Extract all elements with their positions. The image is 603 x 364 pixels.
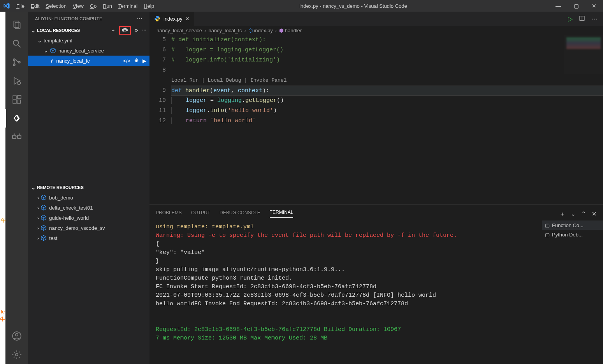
package-icon [40, 215, 47, 221]
svg-line-26 [137, 59, 138, 60]
terminal-entry[interactable]: ▢Function Co... [542, 220, 603, 230]
account-icon[interactable] [5, 327, 28, 345]
svg-line-25 [135, 59, 136, 60]
editor-tabs: index.py ✕ ▷ ⋯ [149, 12, 603, 26]
aliyun-extension-icon[interactable] [5, 109, 28, 128]
svg-rect-14 [18, 135, 21, 139]
menu-file[interactable]: File [13, 3, 28, 9]
remote-item[interactable]: ›guide-hello_world [28, 213, 149, 223]
code-editor[interactable]: 56789101112 # def initializer(context):#… [149, 35, 603, 205]
svg-rect-10 [13, 100, 16, 103]
minimap[interactable] [564, 35, 603, 74]
template-item[interactable]: ⌄ template.yml [28, 35, 149, 46]
play-icon[interactable]: ▶ [142, 58, 146, 64]
menu-selection[interactable]: Selection [42, 3, 69, 9]
package-icon [40, 235, 47, 241]
panel-close-icon[interactable]: ✕ [592, 210, 597, 218]
codelens[interactable]: Local Run | Local Debug | Invoke Panel [171, 75, 603, 86]
activity-bar [5, 12, 28, 364]
menu-bar: FileEditSelectionViewGoRunTerminalHelp [13, 3, 157, 9]
split-editor-icon[interactable] [579, 15, 585, 23]
remote-item[interactable]: ›nancy_demo_vscode_sv [28, 223, 149, 233]
svg-rect-12 [18, 95, 21, 99]
remote-resources-header[interactable]: ⌄ REMOTE RESOURCES [28, 182, 149, 192]
panel-tab-problems[interactable]: PROBLEMS [156, 210, 182, 218]
sidebar-title: ALIYUN: FUNCTION COMPUTE ⋯ [28, 12, 149, 25]
svg-point-5 [13, 64, 15, 65]
svg-rect-11 [17, 100, 21, 103]
panel-tab-terminal[interactable]: TERMINAL [270, 210, 294, 218]
refresh-icon[interactable]: ⟳ [135, 28, 138, 33]
svg-rect-13 [12, 135, 16, 139]
section-more-icon[interactable]: ⋯ [142, 28, 146, 33]
close-button[interactable]: ✕ [585, 3, 603, 9]
window-controls: ― ▢ ✕ [549, 3, 603, 9]
menu-go[interactable]: Go [87, 3, 100, 9]
sidebar: ALIYUN: FUNCTION COMPUTE ⋯ ⌄ LOCAL RESOU… [28, 12, 149, 364]
package-icon [40, 194, 47, 201]
breadcrumb-item[interactable]: ⬢ handler [279, 28, 302, 33]
deploy-cloud-icon[interactable] [119, 26, 131, 35]
terminal-icon: ▢ [545, 232, 550, 238]
editor-more-icon[interactable]: ⋯ [591, 15, 598, 23]
breadcrumb-item[interactable]: ⬡ index.py [248, 28, 273, 33]
local-resources-header[interactable]: ⌄ LOCAL RESOURCES ＋ ⟳ ⋯ [28, 25, 149, 35]
breadcrumb[interactable]: nancy_local_service›nancy_local_fc›⬡ ind… [149, 26, 603, 35]
svg-line-3 [18, 45, 21, 47]
remote-item[interactable]: ›bob_demo [28, 192, 149, 203]
terminal-dropdown-icon[interactable]: ⌄ [571, 210, 576, 218]
terminal-icon: ▢ [545, 222, 550, 228]
settings-gear-icon[interactable] [5, 345, 28, 364]
menu-run[interactable]: Run [100, 3, 115, 9]
menu-edit[interactable]: Edit [28, 3, 42, 9]
function-item[interactable]: ƒ nancy_local_fc </> ▶ [28, 56, 149, 66]
terminal-entry[interactable]: ▢Python Deb... [542, 230, 603, 239]
chevron-down-icon: ⌄ [37, 37, 42, 44]
maximize-button[interactable]: ▢ [567, 3, 585, 9]
panel-tab-debug-console[interactable]: DEBUG CONSOLE [220, 210, 260, 218]
external-left-strip: 午 le 牛 [0, 12, 5, 364]
minimize-button[interactable]: ― [549, 3, 567, 9]
new-terminal-icon[interactable]: ＋ [559, 210, 565, 218]
explorer-icon[interactable] [5, 16, 28, 34]
code-icon[interactable]: </> [123, 58, 130, 64]
bug-icon[interactable] [134, 58, 139, 64]
service-item[interactable]: ⌄ nancy_local_service [28, 46, 149, 56]
panel-tab-output[interactable]: OUTPUT [191, 210, 210, 218]
breadcrumb-item[interactable]: nancy_local_fc [208, 28, 242, 33]
chevron-right-icon: › [37, 215, 39, 221]
chevron-right-icon: › [37, 225, 39, 231]
run-file-icon[interactable]: ▷ [568, 15, 573, 23]
vscode-logo-icon [0, 2, 13, 9]
terminal-list: ▢Function Co...▢Python Deb... [541, 218, 603, 364]
extensions-icon[interactable] [5, 90, 28, 109]
chevron-down-icon: ⌄ [44, 47, 48, 54]
menu-view[interactable]: View [70, 3, 87, 9]
window-title: index.py - nancy_vs_demo - Visual Studio… [157, 3, 549, 9]
package-icon [50, 47, 56, 54]
chevron-right-icon: › [37, 205, 39, 211]
tab-close-icon[interactable]: ✕ [185, 16, 190, 22]
svg-rect-9 [13, 96, 16, 99]
chevron-right-icon: › [37, 235, 39, 241]
sidebar-more-icon[interactable]: ⋯ [136, 15, 143, 22]
add-icon[interactable]: ＋ [111, 28, 115, 33]
source-control-icon[interactable] [5, 53, 28, 72]
menu-help[interactable]: Help [141, 3, 157, 9]
chevron-right-icon: › [37, 195, 39, 201]
search-icon[interactable] [5, 34, 28, 53]
terminal-output[interactable]: using template: template.ymlWarning: Usi… [149, 218, 541, 364]
tab-index-py[interactable]: index.py ✕ [149, 12, 194, 26]
remote-icon[interactable] [5, 128, 28, 146]
python-file-icon [154, 16, 160, 22]
breadcrumb-item[interactable]: nancy_local_service [156, 28, 202, 33]
panel-maximize-icon[interactable]: ⌃ [581, 210, 586, 218]
panel: PROBLEMSOUTPUTDEBUG CONSOLETERMINAL ＋ ⌄ … [149, 205, 603, 364]
remote-item[interactable]: ›delta_check_test01 [28, 203, 149, 213]
menu-terminal[interactable]: Terminal [115, 3, 141, 9]
editor-area: index.py ✕ ▷ ⋯ nancy_local_service›nancy… [149, 12, 603, 364]
remote-item[interactable]: ›test [28, 233, 149, 243]
svg-point-6 [18, 61, 20, 63]
svg-point-4 [13, 59, 15, 60]
run-debug-icon[interactable] [5, 72, 28, 90]
